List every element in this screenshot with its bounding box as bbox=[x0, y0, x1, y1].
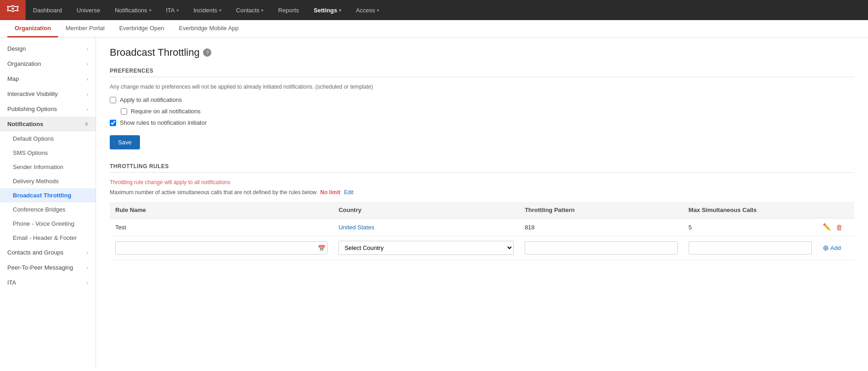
edit-link[interactable]: Edit bbox=[344, 189, 354, 196]
rules-table: Rule Name Country Throttling Pattern Max… bbox=[110, 202, 854, 260]
new-row-add-cell: ⊕ Add bbox=[817, 236, 854, 260]
sidebar-subitem-phone-voice-greeting[interactable]: Phone - Voice Greeting bbox=[0, 217, 96, 231]
new-rule-name-cell: 📅 bbox=[110, 236, 333, 260]
nav-reports[interactable]: Reports bbox=[271, 0, 306, 20]
chevron-down-icon: ∨ bbox=[85, 121, 88, 127]
max-calls-text: Maximum number of active simultaneous ca… bbox=[110, 189, 316, 196]
col-max-calls: Max Simultaneous Calls bbox=[683, 202, 817, 218]
save-button[interactable]: Save bbox=[110, 135, 140, 149]
nav-incidents[interactable]: Incidents ▾ bbox=[186, 0, 229, 20]
sidebar-subitem-delivery-methods[interactable]: Delivery Methods bbox=[0, 174, 96, 188]
require-all-checkbox[interactable] bbox=[121, 108, 127, 115]
tab-organization[interactable]: Organization bbox=[7, 20, 58, 37]
country-select[interactable]: Select Country United States Canada Unit… bbox=[338, 241, 514, 255]
cell-actions: ✏️ 🗑 bbox=[817, 218, 854, 236]
country-link[interactable]: United States bbox=[338, 224, 374, 231]
apply-all-checkbox[interactable] bbox=[110, 97, 116, 103]
chevron-right-icon: › bbox=[86, 106, 88, 112]
nav-notifications[interactable]: Notifications ▾ bbox=[107, 0, 159, 20]
preferences-section: PREFERENCES Any change made to preferenc… bbox=[110, 68, 854, 149]
nav-settings-caret: ▾ bbox=[339, 8, 341, 13]
nav-access-caret: ▾ bbox=[377, 8, 379, 13]
chevron-right-icon: › bbox=[86, 265, 88, 270]
tab-member-portal[interactable]: Member Portal bbox=[58, 20, 112, 37]
sidebar-subitem-email-header-footer[interactable]: Email - Header & Footer bbox=[0, 231, 96, 245]
throttle-max-row: Maximum number of active simultaneous ca… bbox=[110, 189, 854, 196]
sidebar-item-organization[interactable]: Organization › bbox=[0, 56, 96, 71]
chevron-right-icon: › bbox=[86, 76, 88, 82]
throttle-note: Throttling rule change will apply to all… bbox=[110, 179, 854, 186]
apply-all-label: Apply to all notifications bbox=[120, 96, 182, 103]
sidebar-subitem-default-options[interactable]: Default Options bbox=[0, 132, 96, 146]
nav-notifications-caret: ▾ bbox=[149, 8, 151, 13]
throttling-pattern-input[interactable] bbox=[525, 241, 677, 254]
apply-all-row: Apply to all notifications bbox=[110, 96, 854, 103]
calendar-icon[interactable]: 📅 bbox=[318, 244, 326, 251]
cell-max-calls: 5 bbox=[683, 218, 817, 236]
logo[interactable] bbox=[0, 0, 26, 20]
throttling-rules-section-header: THROTTLING RULES bbox=[110, 163, 854, 173]
col-throttling-pattern: Throttling Pattern bbox=[519, 202, 683, 218]
throttling-rules-section: THROTTLING RULES Throttling rule change … bbox=[110, 163, 854, 260]
chevron-right-icon: › bbox=[86, 250, 88, 255]
sub-tabs: Organization Member Portal Everbridge Op… bbox=[0, 20, 868, 37]
sidebar-subitem-sms-options[interactable]: SMS Options bbox=[0, 146, 96, 160]
nav-dashboard[interactable]: Dashboard bbox=[26, 0, 70, 20]
col-actions bbox=[817, 202, 854, 218]
nav-access[interactable]: Access ▾ bbox=[348, 0, 386, 20]
new-row: 📅 Select Country United States Canada Un… bbox=[110, 236, 854, 260]
show-rules-label: Show rules to notification initiator bbox=[120, 119, 207, 126]
table-row: Test United States 818 5 ✏️ 🗑 bbox=[110, 218, 854, 236]
nav-settings[interactable]: Settings ▾ bbox=[306, 0, 348, 20]
delete-row-icon[interactable]: 🗑 bbox=[836, 223, 843, 231]
tab-everbridge-open[interactable]: Everbridge Open bbox=[112, 20, 171, 37]
nav-ita[interactable]: ITA ▾ bbox=[159, 0, 186, 20]
sidebar-item-contacts-and-groups[interactable]: Contacts and Groups › bbox=[0, 245, 96, 260]
show-rules-row: Show rules to notification initiator bbox=[110, 119, 854, 126]
nav-contacts[interactable]: Contacts ▾ bbox=[229, 0, 271, 20]
main-layout: Design › Organization › Map › Interactiv… bbox=[0, 37, 868, 369]
rule-name-input[interactable] bbox=[115, 241, 327, 254]
col-country: Country bbox=[333, 202, 519, 218]
require-all-label: Require on all notifications bbox=[131, 108, 200, 115]
sidebar-item-interactive-visibility[interactable]: Interactive Visibility › bbox=[0, 86, 96, 101]
sidebar-subitem-sender-information[interactable]: Sender Information bbox=[0, 160, 96, 174]
chevron-right-icon: › bbox=[86, 280, 88, 286]
cell-country: United States bbox=[333, 218, 519, 236]
chevron-right-icon: › bbox=[86, 46, 88, 52]
page-title: Broadcast Throttling bbox=[110, 47, 199, 58]
show-rules-checkbox[interactable] bbox=[110, 120, 116, 126]
new-country-cell: Select Country United States Canada Unit… bbox=[333, 236, 519, 260]
sidebar-item-publishing-options[interactable]: Publishing Options › bbox=[0, 101, 96, 117]
preferences-note: Any change made to preferences will not … bbox=[110, 84, 854, 90]
preferences-section-header: PREFERENCES bbox=[110, 68, 854, 77]
sidebar-item-notifications[interactable]: Notifications ∨ bbox=[0, 117, 96, 132]
require-all-row: Require on all notifications bbox=[121, 108, 854, 115]
nav-items: Dashboard Universe Notifications ▾ ITA ▾… bbox=[26, 0, 386, 20]
edit-row-icon[interactable]: ✏️ bbox=[823, 223, 831, 231]
sidebar-subitem-broadcast-throttling[interactable]: Broadcast Throttling bbox=[0, 188, 96, 202]
rule-name-input-wrap: 📅 bbox=[115, 241, 327, 254]
cell-rule-name: Test bbox=[110, 218, 333, 236]
nav-universe[interactable]: Universe bbox=[70, 0, 107, 20]
page-title-row: Broadcast Throttling ? bbox=[110, 47, 854, 58]
sidebar-item-peer-to-peer[interactable]: Peer-To-Peer Messaging › bbox=[0, 260, 96, 275]
sidebar: Design › Organization › Map › Interactiv… bbox=[0, 37, 96, 369]
sidebar-subitem-conference-bridges[interactable]: Conference Bridges bbox=[0, 202, 96, 217]
sidebar-item-ita[interactable]: ITA › bbox=[0, 275, 96, 290]
new-max-calls-cell bbox=[683, 236, 817, 260]
col-rule-name: Rule Name bbox=[110, 202, 333, 218]
sidebar-item-design[interactable]: Design › bbox=[0, 41, 96, 56]
add-button[interactable]: ⊕ Add bbox=[823, 244, 841, 252]
chevron-right-icon: › bbox=[86, 61, 88, 67]
add-plus-icon: ⊕ bbox=[823, 244, 829, 252]
help-icon[interactable]: ? bbox=[203, 48, 211, 57]
max-calls-input[interactable] bbox=[689, 241, 812, 254]
tab-everbridge-mobile[interactable]: Everbridge Mobile App bbox=[171, 20, 246, 37]
content-area: Broadcast Throttling ? PREFERENCES Any c… bbox=[96, 37, 868, 369]
cell-throttling-pattern: 818 bbox=[519, 218, 683, 236]
table-header: Rule Name Country Throttling Pattern Max… bbox=[110, 202, 854, 218]
sidebar-item-map[interactable]: Map › bbox=[0, 71, 96, 86]
table-body: Test United States 818 5 ✏️ 🗑 bbox=[110, 218, 854, 260]
nav-ita-caret: ▾ bbox=[177, 8, 179, 13]
